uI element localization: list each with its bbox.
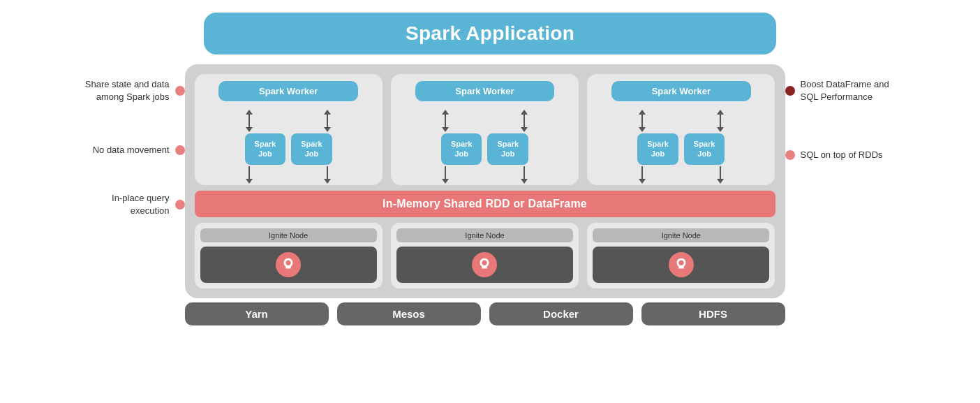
right-annotation-1: Boost DataFrame and SQL Performance [785, 78, 897, 103]
left-annotations: Share state and data among Spark jobs No… [84, 64, 185, 217]
arrowhead-w3bar1 [639, 179, 646, 184]
bottom-labels: Yarn Mesos Docker HDFS [185, 302, 785, 325]
worker2-arrows [406, 110, 563, 132]
spark-job-1a: SparkJob [245, 133, 286, 165]
arrow-w1-j1 [246, 110, 253, 132]
ignite-icon-block-2 [396, 247, 573, 283]
shaft-w1j1 [248, 115, 250, 127]
ignite-logo-3 [669, 252, 694, 277]
arrowhead-w3bar2 [717, 179, 724, 184]
arrowhead-up-w1j1 [246, 110, 253, 115]
ignite-panel-2: Ignite Node [391, 223, 579, 288]
shaft-w3bar2 [720, 166, 721, 179]
ignite-icon-block-1 [200, 247, 377, 283]
arrowhead-w1bar2 [324, 179, 331, 184]
ignite-logo-1 [276, 252, 301, 277]
ignite-panel-3: Ignite Node [587, 223, 775, 288]
arrowhead-up-w3j2 [717, 110, 724, 115]
left-dot-3 [175, 200, 185, 210]
worker3-arrows [603, 110, 759, 132]
worker-header-1: Spark Worker [218, 81, 357, 101]
bottom-label-yarn: Yarn [185, 302, 329, 325]
spark-job-2b: SparkJob [487, 133, 528, 165]
arrowhead-w2bar2 [521, 179, 528, 184]
arrow-w1-j2 [324, 110, 331, 132]
bottom-label-docker: Docker [489, 302, 633, 325]
right-annotations: Boost DataFrame and SQL Performance SQL … [785, 64, 897, 162]
left-annotation-text-1: Share state and data among Spark jobs [84, 78, 170, 103]
shaft-w1bar1 [248, 166, 250, 179]
shaft-w3j1 [641, 115, 643, 127]
left-annotation-3: In-place query execution [84, 192, 185, 217]
ignite-node-label-2: Ignite Node [396, 228, 573, 242]
arrowhead-down-w3j2 [717, 127, 724, 132]
arrow-w3-bar-2 [717, 166, 724, 184]
jobs-row-2: SparkJob SparkJob [441, 133, 528, 165]
worker-panel-2: Spark Worker [391, 74, 579, 185]
arrow-w3-j2 [717, 110, 724, 132]
ignite-node-label-1: Ignite Node [200, 228, 377, 242]
arrow-w1-bar-1 [246, 166, 253, 184]
shaft-w1bar2 [327, 166, 328, 179]
spark-job-3a: SparkJob [637, 133, 678, 165]
outer-container: Spark Worker [185, 64, 785, 298]
arrowhead-down-w3j1 [639, 127, 646, 132]
worker-panel-1: Spark Worker [195, 74, 383, 185]
shaft-w3bar1 [641, 166, 643, 179]
ignite-node-label-3: Ignite Node [593, 228, 769, 242]
spark-job-1b: SparkJob [291, 133, 332, 165]
left-dot-2 [175, 145, 185, 155]
workers-row: Spark Worker [195, 74, 775, 185]
center-diagram: Spark Worker [185, 64, 785, 325]
arrow-w3-bar-1 [639, 166, 646, 184]
diagram-wrapper: Spark Application Share state and data a… [0, 0, 980, 403]
worker-header-2: Spark Worker [415, 81, 554, 101]
shaft-w2j1 [445, 115, 446, 127]
worker1-arrows [210, 110, 366, 132]
ignite-icon-block-3 [593, 247, 769, 283]
left-annotation-text-3: In-place query execution [84, 192, 170, 217]
shaft-w2j2 [524, 115, 525, 127]
arrowhead-up-w2j1 [442, 110, 449, 115]
arrowhead-down-w1j2 [324, 127, 331, 132]
arrow-w2-j2 [521, 110, 528, 132]
arrow-w2-j1 [442, 110, 449, 132]
jobs-row-3: SparkJob SparkJob [637, 133, 725, 165]
spark-app-header: Spark Application [204, 13, 776, 54]
ignite-logo-2 [472, 252, 497, 277]
right-annotation-2: SQL on top of RDDs [785, 149, 897, 161]
main-content: Share state and data among Spark jobs No… [14, 64, 966, 396]
right-dot-1 [785, 86, 795, 96]
left-annotation-2: No data movement [84, 144, 185, 156]
arrow-w2-bar-2 [521, 166, 528, 184]
arrowhead-down-w2j1 [442, 127, 449, 132]
right-annotation-text-2: SQL on top of RDDs [801, 149, 883, 161]
worker-header-3: Spark Worker [611, 81, 750, 101]
worker1-down-arrows [210, 166, 366, 184]
arrowhead-w1bar1 [246, 179, 253, 184]
bottom-label-mesos: Mesos [337, 302, 481, 325]
shaft-w1j2 [327, 115, 328, 127]
arrowhead-w2bar1 [442, 179, 449, 184]
left-annotation-1: Share state and data among Spark jobs [84, 78, 185, 103]
arrow-w2-bar-1 [442, 166, 449, 184]
spark-job-2a: SparkJob [441, 133, 482, 165]
jobs-row-1: SparkJob SparkJob [245, 133, 332, 165]
left-annotation-text-2: No data movement [84, 144, 170, 156]
spark-job-3b: SparkJob [684, 133, 725, 165]
shaft-w2bar2 [524, 166, 525, 179]
arrow-w1-bar-2 [324, 166, 331, 184]
right-dot-2 [785, 150, 795, 160]
left-dot-1 [175, 86, 185, 96]
shared-bar-text: In-Memory Shared RDD or DataFrame [383, 198, 587, 210]
arrowhead-down-w1j1 [246, 127, 253, 132]
arrow-w3-j1 [639, 110, 646, 132]
ignite-panel-1: Ignite Node [195, 223, 383, 288]
bottom-label-hdfs: HDFS [641, 302, 785, 325]
spark-app-title: Spark Application [406, 22, 574, 44]
arrowhead-up-w1j2 [324, 110, 331, 115]
arrowhead-up-w2j2 [521, 110, 528, 115]
worker-panel-3: Spark Worker [587, 74, 775, 185]
right-annotation-text-1: Boost DataFrame and SQL Performance [801, 78, 897, 103]
arrowhead-up-w3j1 [639, 110, 646, 115]
